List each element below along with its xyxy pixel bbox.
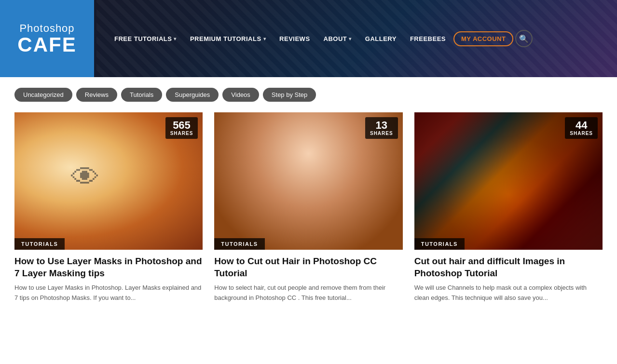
nav-about[interactable]: ABOUT ▾: [318, 31, 357, 46]
card-1-shares-badge: 565 SHARES: [165, 117, 198, 139]
card-1-description: How to use Layer Masks in Photoshop. Lay…: [14, 283, 203, 303]
card-3-shares-label: SHARES: [570, 131, 593, 136]
card-1: 565 SHARES TUTORIALS How to Use Layer Ma…: [14, 112, 203, 303]
card-3-shares-count: 44: [570, 120, 593, 131]
card-3: 44 SHARES TUTORIALS Cut out hair and dif…: [414, 112, 603, 303]
nav-free-tutorials[interactable]: FREE TUTORIALS ▾: [109, 31, 182, 46]
dropdown-arrow-icon: ▾: [349, 36, 352, 41]
card-2-category-badge: TUTORIALS: [214, 238, 264, 250]
card-2-shares-label: SHARES: [370, 131, 393, 136]
category-tag-videos[interactable]: Videos: [222, 88, 259, 102]
dropdown-arrow-icon: ▾: [263, 36, 266, 41]
card-1-shares-count: 565: [170, 120, 193, 131]
card-1-image[interactable]: 565 SHARES TUTORIALS: [14, 112, 203, 250]
logo-cafe-text: CAFE: [17, 35, 76, 55]
nav-my-account[interactable]: MY ACCOUNT: [453, 31, 513, 46]
site-header: Photoshop CAFE FREE TUTORIALS ▾ PREMIUM …: [0, 0, 617, 77]
card-2: 13 SHARES TUTORIALS How to Cut out Hair …: [214, 112, 402, 303]
search-icon: 🔍: [519, 34, 529, 43]
search-button[interactable]: 🔍: [515, 30, 533, 47]
card-1-category-badge: TUTORIALS: [14, 238, 65, 250]
card-3-title[interactable]: Cut out hair and difficult Images in Pho…: [414, 256, 603, 279]
main-nav: FREE TUTORIALS ▾ PREMIUM TUTORIALS ▾ REV…: [94, 30, 617, 47]
card-2-image[interactable]: 13 SHARES TUTORIALS: [214, 112, 402, 250]
category-bar: Uncategorized Reviews Tutorials Supergui…: [0, 77, 617, 112]
dropdown-arrow-icon: ▾: [174, 36, 177, 41]
category-tag-uncategorized[interactable]: Uncategorized: [14, 88, 72, 102]
card-3-description: We will use Channels to help mask out a …: [414, 283, 603, 303]
card-1-shares-label: SHARES: [170, 131, 193, 136]
card-2-shares-count: 13: [370, 120, 393, 131]
category-tag-tutorials[interactable]: Tutorials: [121, 88, 162, 102]
cards-grid: 565 SHARES TUTORIALS How to Use Layer Ma…: [0, 112, 617, 318]
nav-freebees[interactable]: FREEBEES: [404, 31, 452, 46]
category-tag-reviews[interactable]: Reviews: [76, 88, 117, 102]
nav-premium-tutorials[interactable]: PREMIUM TUTORIALS ▾: [184, 31, 272, 46]
site-logo[interactable]: Photoshop CAFE: [0, 0, 94, 77]
category-tag-step-by-step[interactable]: Step by Step: [263, 88, 316, 102]
card-3-shares-badge: 44 SHARES: [565, 117, 598, 139]
card-2-shares-badge: 13 SHARES: [365, 117, 398, 139]
nav-reviews[interactable]: REVIEWS: [274, 31, 315, 46]
card-3-category-badge: TUTORIALS: [414, 238, 465, 250]
nav-gallery[interactable]: GALLERY: [359, 31, 402, 46]
card-1-title[interactable]: How to Use Layer Masks in Photoshop and …: [14, 256, 203, 279]
card-3-image[interactable]: 44 SHARES TUTORIALS: [414, 112, 603, 250]
category-tag-superguides[interactable]: Superguides: [166, 88, 219, 102]
card-2-description: How to select hair, cut out people and r…: [214, 283, 402, 303]
card-2-title[interactable]: How to Cut out Hair in Photoshop CC Tuto…: [214, 256, 402, 279]
